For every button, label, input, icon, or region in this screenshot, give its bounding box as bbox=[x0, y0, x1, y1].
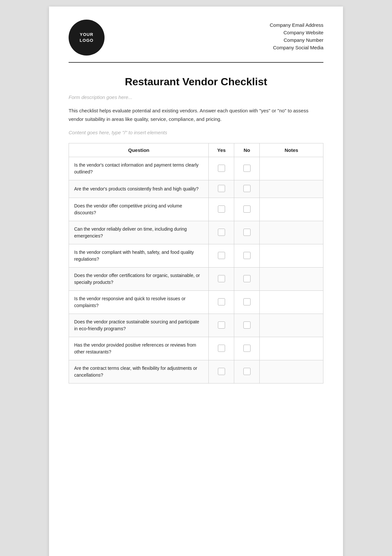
col-header-yes: Yes bbox=[209, 143, 234, 157]
no-checkbox[interactable] bbox=[243, 345, 251, 352]
yes-checkbox[interactable] bbox=[218, 298, 225, 305]
table-row: Can the vendor reliably deliver on time,… bbox=[69, 221, 323, 244]
notes-cell bbox=[260, 314, 323, 337]
yes-checkbox-cell[interactable] bbox=[209, 337, 234, 360]
table-row: Are the contract terms clear, with flexi… bbox=[69, 360, 323, 384]
page: YOUR LOGO Company Email Address Company … bbox=[49, 7, 343, 556]
no-checkbox-cell[interactable] bbox=[234, 291, 260, 314]
notes-cell bbox=[260, 198, 323, 221]
logo-line1: YOUR bbox=[80, 32, 93, 38]
yes-checkbox-cell[interactable] bbox=[209, 198, 234, 221]
yes-checkbox[interactable] bbox=[218, 368, 225, 375]
header: YOUR LOGO Company Email Address Company … bbox=[69, 20, 323, 63]
no-checkbox[interactable] bbox=[243, 252, 251, 259]
question-cell: Is the vendor's contact information and … bbox=[69, 157, 209, 180]
form-description: Form description goes here... bbox=[69, 94, 323, 100]
table-row: Is the vendor's contact information and … bbox=[69, 157, 323, 180]
yes-checkbox[interactable] bbox=[218, 165, 225, 172]
no-checkbox-cell[interactable] bbox=[234, 198, 260, 221]
no-checkbox[interactable] bbox=[243, 165, 251, 172]
notes-cell bbox=[260, 360, 323, 384]
table-row: Does the vendor offer certifications for… bbox=[69, 268, 323, 291]
yes-checkbox-cell[interactable] bbox=[209, 360, 234, 384]
no-checkbox[interactable] bbox=[243, 275, 251, 282]
yes-checkbox-cell[interactable] bbox=[209, 268, 234, 291]
table-row: Are the vendor's products consistently f… bbox=[69, 180, 323, 198]
notes-cell bbox=[260, 268, 323, 291]
yes-checkbox[interactable] bbox=[218, 205, 225, 213]
notes-cell bbox=[260, 244, 323, 268]
yes-checkbox[interactable] bbox=[218, 185, 225, 192]
no-checkbox[interactable] bbox=[243, 205, 251, 213]
company-info-block: Company Email Address Company Website Co… bbox=[270, 20, 323, 50]
question-cell: Does the vendor practice sustainable sou… bbox=[69, 314, 209, 337]
yes-checkbox-cell[interactable] bbox=[209, 221, 234, 244]
company-social-media: Company Social Media bbox=[270, 45, 323, 50]
notes-cell bbox=[260, 157, 323, 180]
page-title: Restaurant Vendor Checklist bbox=[69, 76, 323, 88]
company-website: Company Website bbox=[270, 30, 323, 35]
question-cell: Does the vendor offer certifications for… bbox=[69, 268, 209, 291]
no-checkbox-cell[interactable] bbox=[234, 337, 260, 360]
notes-cell bbox=[260, 180, 323, 198]
no-checkbox[interactable] bbox=[243, 321, 251, 329]
table-row: Has the vendor provided positive referen… bbox=[69, 337, 323, 360]
col-header-question: Question bbox=[69, 143, 209, 157]
table-row: Is the vendor compliant with health, saf… bbox=[69, 244, 323, 268]
question-cell: Can the vendor reliably deliver on time,… bbox=[69, 221, 209, 244]
question-cell: Is the vendor compliant with health, saf… bbox=[69, 244, 209, 268]
notes-cell bbox=[260, 291, 323, 314]
notes-cell bbox=[260, 337, 323, 360]
no-checkbox[interactable] bbox=[243, 185, 251, 192]
question-cell: Are the vendor's products consistently f… bbox=[69, 180, 209, 198]
company-number: Company Number bbox=[270, 37, 323, 43]
question-cell: Does the vendor offer competitive pricin… bbox=[69, 198, 209, 221]
yes-checkbox[interactable] bbox=[218, 321, 225, 329]
yes-checkbox[interactable] bbox=[218, 275, 225, 282]
yes-checkbox[interactable] bbox=[218, 229, 225, 236]
content-placeholder: Content goes here, type "/" to insert el… bbox=[69, 130, 323, 135]
no-checkbox-cell[interactable] bbox=[234, 314, 260, 337]
col-header-notes: Notes bbox=[260, 143, 323, 157]
yes-checkbox-cell[interactable] bbox=[209, 157, 234, 180]
table-row: Does the vendor practice sustainable sou… bbox=[69, 314, 323, 337]
yes-checkbox-cell[interactable] bbox=[209, 180, 234, 198]
table-header-row: Question Yes No Notes bbox=[69, 143, 323, 157]
no-checkbox-cell[interactable] bbox=[234, 360, 260, 384]
no-checkbox[interactable] bbox=[243, 298, 251, 305]
col-header-no: No bbox=[234, 143, 260, 157]
question-cell: Are the contract terms clear, with flexi… bbox=[69, 360, 209, 384]
yes-checkbox[interactable] bbox=[218, 252, 225, 259]
yes-checkbox-cell[interactable] bbox=[209, 244, 234, 268]
no-checkbox-cell[interactable] bbox=[234, 180, 260, 198]
table-row: Is the vendor responsive and quick to re… bbox=[69, 291, 323, 314]
company-logo: YOUR LOGO bbox=[69, 20, 105, 56]
no-checkbox-cell[interactable] bbox=[234, 221, 260, 244]
no-checkbox-cell[interactable] bbox=[234, 244, 260, 268]
question-cell: Has the vendor provided positive referen… bbox=[69, 337, 209, 360]
yes-checkbox-cell[interactable] bbox=[209, 291, 234, 314]
checklist-table: Question Yes No Notes Is the vendor's co… bbox=[69, 143, 323, 384]
logo-line2: LOGO bbox=[80, 38, 93, 43]
table-row: Does the vendor offer competitive pricin… bbox=[69, 198, 323, 221]
no-checkbox-cell[interactable] bbox=[234, 157, 260, 180]
intro-text: This checklist helps evaluate potential … bbox=[69, 106, 323, 123]
yes-checkbox[interactable] bbox=[218, 345, 225, 352]
notes-cell bbox=[260, 221, 323, 244]
main-content: Restaurant Vendor Checklist Form descrip… bbox=[69, 76, 323, 384]
no-checkbox[interactable] bbox=[243, 229, 251, 236]
company-email: Company Email Address bbox=[270, 22, 323, 28]
no-checkbox-cell[interactable] bbox=[234, 268, 260, 291]
yes-checkbox-cell[interactable] bbox=[209, 314, 234, 337]
question-cell: Is the vendor responsive and quick to re… bbox=[69, 291, 209, 314]
no-checkbox[interactable] bbox=[243, 368, 251, 375]
